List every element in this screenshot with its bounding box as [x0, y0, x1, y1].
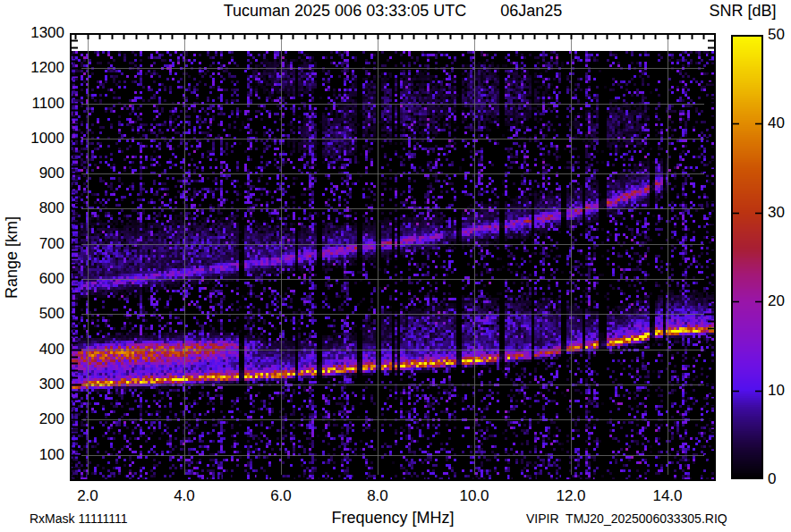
colorbar-title: SNR [dB] — [694, 2, 791, 21]
ionogram-heatmap — [70, 33, 716, 481]
x-tick-label: 2.0 — [61, 487, 115, 505]
y-tick-label: 1200 — [0, 59, 64, 77]
plot-title: Tucuman 2025 006 03:33:05 UTC — [224, 2, 467, 21]
y-tick-label: 1100 — [0, 95, 64, 113]
title-row: Tucuman 2025 006 03:33:05 UTC 06Jan25 — [70, 2, 716, 21]
y-tick-label: 100 — [0, 446, 64, 464]
rxmask-label: RxMask 11111111 — [30, 511, 127, 526]
y-tick-label: 600 — [0, 270, 64, 288]
x-axis-label: Frequency [MHz] — [303, 509, 482, 528]
y-tick-label: 1000 — [0, 130, 64, 148]
y-tick-label: 300 — [0, 376, 64, 393]
y-tick-label: 700 — [0, 235, 64, 253]
y-tick-label: 900 — [0, 165, 64, 182]
colorbar-tick-label: 0 — [768, 470, 791, 488]
colorbar-tick-label: 30 — [768, 204, 791, 222]
x-tick-label: 12.0 — [544, 487, 598, 505]
x-tick-label: 6.0 — [254, 487, 308, 505]
colorbar-tick-label: 40 — [768, 114, 791, 132]
filename-label: VIPIR TMJ20_2025006033305.RIQ — [526, 511, 727, 526]
colorbar — [731, 35, 763, 479]
y-tick-label: 400 — [0, 341, 64, 359]
colorbar-tick-label: 50 — [768, 26, 791, 44]
y-tick-label: 1300 — [0, 24, 64, 42]
x-tick-label: 8.0 — [351, 487, 404, 505]
y-tick-label: 500 — [0, 305, 64, 323]
colorbar-tick-label: 20 — [768, 292, 791, 310]
x-tick-label: 10.0 — [447, 487, 501, 505]
colorbar-tick-label: 10 — [768, 382, 791, 400]
plot-date: 06Jan25 — [500, 2, 562, 21]
x-tick-label: 4.0 — [157, 487, 211, 505]
y-tick-label: 800 — [0, 199, 64, 217]
x-tick-label: 14.0 — [641, 487, 694, 505]
y-tick-label: 200 — [0, 410, 64, 428]
ionogram-page: Tucuman 2025 006 03:33:05 UTC 06Jan25 SN… — [0, 0, 791, 532]
